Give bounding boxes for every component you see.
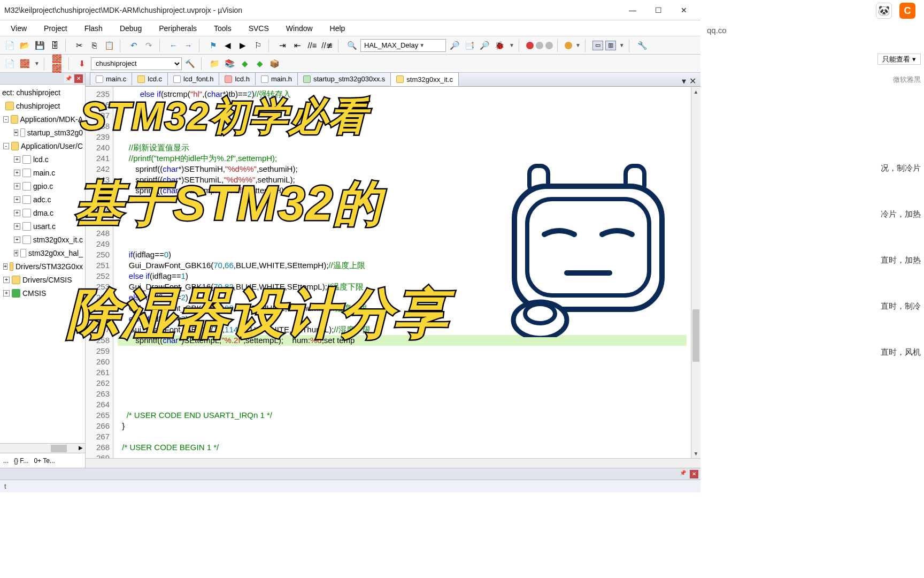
panda-icon[interactable]: 🐼 xyxy=(876,3,892,19)
file-tab[interactable]: lcd.c xyxy=(132,72,168,85)
tree-group[interactable]: -Application/MDK-A xyxy=(0,112,85,126)
tree-root[interactable]: ect: chushiproject xyxy=(0,86,85,99)
panel-tab-b[interactable]: {} F... xyxy=(14,457,28,465)
incremental-icon[interactable]: 🔎 xyxy=(478,39,491,52)
tree-file[interactable]: +lcd.c xyxy=(0,153,85,166)
menu-flash[interactable]: Flash xyxy=(77,22,110,34)
panel-close-icon[interactable]: ✕ xyxy=(74,74,83,83)
file-tab[interactable]: main.c xyxy=(90,72,132,85)
tree-group[interactable]: +Drivers/STM32G0xx xyxy=(0,260,85,273)
menu-tools[interactable]: Tools xyxy=(206,22,239,34)
new-icon[interactable]: 📄 xyxy=(3,39,16,52)
pack-installer-icon[interactable]: 📦 xyxy=(268,57,281,70)
options-icon[interactable]: 🔨 xyxy=(184,57,197,70)
tree-file[interactable]: +adc.c xyxy=(0,193,85,206)
minimize-button[interactable]: — xyxy=(620,2,645,18)
batch-build-icon[interactable]: 📚 xyxy=(224,57,236,70)
bookmark-prev-icon[interactable]: ◀ xyxy=(221,39,234,52)
maximize-button[interactable]: ☐ xyxy=(646,2,671,18)
panel-tab-a[interactable]: ... xyxy=(3,457,9,465)
scroll-up-icon[interactable]: ▲ xyxy=(691,87,700,96)
file-tabs: main.clcd.clcd_font.hlcd.hmain.hstartup_… xyxy=(86,73,700,87)
right-badge[interactable]: 只能查看 ▾ xyxy=(877,54,921,65)
outdent-icon[interactable]: ⇤ xyxy=(291,39,304,52)
cut-icon[interactable]: ✂ xyxy=(73,39,86,52)
file-tab[interactable]: main.h xyxy=(255,72,298,85)
pack-green-icon[interactable]: ◆ xyxy=(238,57,251,70)
saveall-icon[interactable]: 🗄 xyxy=(48,39,61,52)
scroll-thumb[interactable] xyxy=(692,309,699,361)
tree-file[interactable]: +startup_stm32g0 xyxy=(0,126,85,139)
right-url: qq.co xyxy=(700,21,924,39)
open-icon[interactable]: 📂 xyxy=(18,39,31,52)
run-icon[interactable] xyxy=(565,42,572,49)
forward-icon[interactable]: → xyxy=(182,39,195,52)
window-split-icon[interactable]: ▥ xyxy=(605,41,616,50)
comment-icon[interactable]: //≡ xyxy=(306,39,319,52)
menu-peripherals[interactable]: Peripherals xyxy=(151,22,204,34)
findnext-icon[interactable]: 🔎 xyxy=(448,39,461,52)
build-icon[interactable]: 🧱 xyxy=(18,57,31,70)
indent-icon[interactable]: ⇥ xyxy=(276,39,289,52)
tree-file[interactable]: +dma.c xyxy=(0,206,85,219)
tab-close-icon[interactable]: ✕ xyxy=(689,76,696,86)
output-close-icon[interactable]: ✕ xyxy=(690,470,698,478)
horizontal-scrollbar[interactable] xyxy=(86,458,700,468)
find-icon[interactable]: 🔍 xyxy=(345,39,358,52)
target-select[interactable]: chushiproject xyxy=(91,57,182,70)
save-icon[interactable]: 💾 xyxy=(33,39,46,52)
scroll-down-icon[interactable]: ▼ xyxy=(691,448,700,458)
tree-file[interactable]: +stm32g0xx_hal_ xyxy=(0,246,85,260)
menubar: View Project Flash Debug Peripherals Too… xyxy=(0,20,700,36)
menu-help[interactable]: Help xyxy=(322,22,353,34)
tree-file[interactable]: +usart.c xyxy=(0,219,85,233)
tree-group[interactable]: +CMSIS xyxy=(0,286,85,300)
tree-file[interactable]: +stm32g0xx_it.c xyxy=(0,233,85,246)
pack-green2-icon[interactable]: ◆ xyxy=(253,57,266,70)
menu-view[interactable]: View xyxy=(3,22,34,34)
tree-group[interactable]: -Application/User/C xyxy=(0,139,85,153)
back-icon[interactable]: ← xyxy=(167,39,180,52)
file-tab[interactable]: lcd.h xyxy=(219,72,255,85)
file-tab[interactable]: stm32g0xx_it.c xyxy=(390,72,459,86)
copy-icon[interactable]: ⎘ xyxy=(88,39,101,52)
menu-project[interactable]: Project xyxy=(36,22,75,34)
redo-icon[interactable]: ↷ xyxy=(142,39,155,52)
download-icon[interactable]: ⬇ xyxy=(76,57,89,70)
breakpoint-icon[interactable] xyxy=(526,42,534,49)
tree-file[interactable]: +gpio.c xyxy=(0,179,85,193)
mascot-icon xyxy=(503,161,674,337)
menu-debug[interactable]: Debug xyxy=(112,22,149,34)
manage-project-icon[interactable]: 📁 xyxy=(209,57,221,70)
menu-window[interactable]: Window xyxy=(279,22,320,34)
tree-project[interactable]: chushiproject xyxy=(0,99,85,112)
configure-icon[interactable]: 🔧 xyxy=(636,39,649,52)
qq-icon[interactable]: C xyxy=(899,3,915,19)
output-pin-icon[interactable]: 📌 xyxy=(680,470,688,478)
breakpoint-killall-icon[interactable] xyxy=(545,42,553,49)
debug-icon[interactable]: 🐞 xyxy=(493,39,506,52)
bookmark-clear-icon[interactable]: ⚐ xyxy=(251,39,264,52)
breakpoint-disable-icon[interactable] xyxy=(536,42,543,49)
undo-icon[interactable]: ↶ xyxy=(127,39,140,52)
translate-icon[interactable]: 📄 xyxy=(3,57,16,70)
window-layout-icon[interactable]: ▭ xyxy=(592,41,603,50)
bookmark-next-icon[interactable]: ▶ xyxy=(236,39,249,52)
search-combo[interactable]: HAL_MAX_Delay▼ xyxy=(360,39,446,52)
findinfiles-icon[interactable]: 📑 xyxy=(463,39,476,52)
rebuild-icon[interactable]: 🧱🧱 xyxy=(51,57,64,70)
vertical-scrollbar[interactable]: ▲ ▼ xyxy=(691,87,700,458)
paste-icon[interactable]: 📋 xyxy=(103,39,116,52)
tree-group[interactable]: +Drivers/CMSIS xyxy=(0,273,85,286)
pin-icon[interactable]: 📌 xyxy=(64,74,73,83)
bookmark-icon[interactable]: ⚑ xyxy=(206,39,219,52)
file-tab[interactable]: startup_stm32g030xx.s xyxy=(297,72,391,85)
close-button[interactable]: ✕ xyxy=(672,2,696,18)
panel-tab-c[interactable]: 0+ Te... xyxy=(34,457,55,465)
menu-svcs[interactable]: SVCS xyxy=(241,22,276,34)
tree-file[interactable]: +main.c xyxy=(0,166,85,179)
tab-dropdown-icon[interactable]: ▾ xyxy=(682,76,686,86)
project-tree[interactable]: ect: chushiproject chushiproject -Applic… xyxy=(0,85,85,443)
uncomment-icon[interactable]: //≢ xyxy=(321,39,334,52)
file-tab[interactable]: lcd_font.h xyxy=(167,72,219,85)
